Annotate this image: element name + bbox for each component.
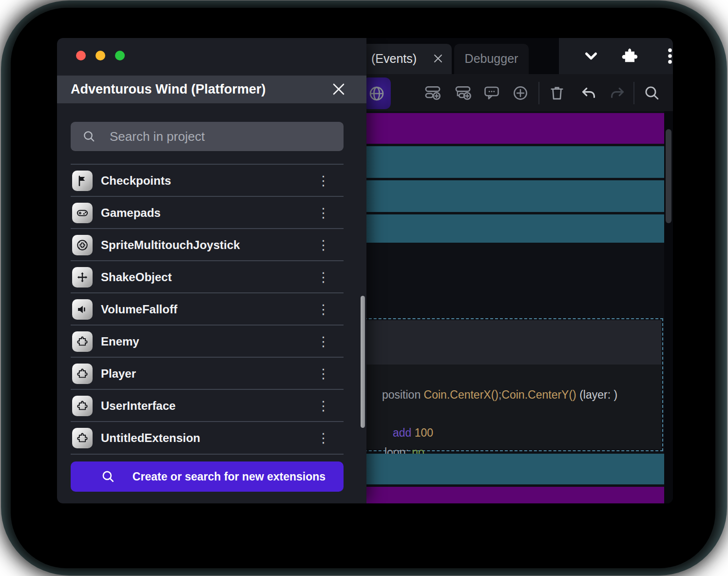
- undo-icon[interactable]: [580, 84, 597, 102]
- events-sheet: position Coin.CenterX();Coin.CenterY() (…: [330, 111, 664, 503]
- item-menu-kebab-icon[interactable]: ⋮: [317, 422, 330, 454]
- project-title: Adventurous Wind (Platformer): [71, 76, 266, 103]
- move-arrows-icon: [72, 267, 93, 288]
- event-row[interactable]: [336, 180, 664, 212]
- joystick-icon: [72, 235, 93, 255]
- item-label: SpriteMultitouchJoystick: [101, 229, 240, 261]
- app-window: (Events) Debugger: [57, 38, 673, 503]
- item-menu-kebab-icon[interactable]: ⋮: [317, 326, 330, 358]
- drawer-scrollbar-thumb[interactable]: [361, 296, 365, 428]
- list-item-player[interactable]: Player ⋮: [71, 358, 344, 390]
- action-text-line: position Coin.CenterX();Coin.CenterY() (…: [351, 375, 617, 415]
- events-scrollbar-track[interactable]: [664, 111, 673, 503]
- puzzle-icon: [72, 331, 93, 352]
- item-label: ShakeObject: [101, 261, 172, 293]
- list-item-volumefalloff[interactable]: VolumeFalloff ⋮: [71, 293, 344, 326]
- chevron-down-icon[interactable]: [582, 47, 600, 65]
- puzzle-icon: [72, 428, 93, 448]
- puzzle-icon: [72, 364, 93, 384]
- toolbar-divider: [538, 82, 539, 104]
- item-menu-kebab-icon[interactable]: ⋮: [317, 165, 330, 197]
- tab-debugger[interactable]: Debugger: [454, 44, 529, 74]
- item-label: Enemy: [101, 326, 139, 358]
- search-input[interactable]: [110, 122, 334, 151]
- tab-close-icon[interactable]: [433, 54, 443, 63]
- traffic-close-button[interactable]: [76, 51, 86, 60]
- desktop: (Events) Debugger: [0, 0, 728, 576]
- traffic-zoom-button[interactable]: [115, 51, 125, 60]
- item-menu-kebab-icon[interactable]: ⋮: [317, 197, 330, 229]
- list-item-userinterface[interactable]: UserInterface ⋮: [71, 390, 344, 422]
- tab-events-label: (Events): [371, 44, 417, 73]
- add-event-icon[interactable]: [424, 84, 441, 102]
- search-events-icon[interactable]: [643, 84, 661, 102]
- item-menu-kebab-icon[interactable]: ⋮: [317, 229, 330, 261]
- close-icon[interactable]: [332, 82, 345, 96]
- puzzle-icon: [72, 396, 93, 416]
- window-top-controls: [559, 38, 673, 74]
- list-item-untitledextension[interactable]: UntitledExtension ⋮: [71, 422, 344, 454]
- volume-icon: [72, 299, 93, 320]
- event-row[interactable]: [336, 214, 664, 243]
- item-menu-kebab-icon[interactable]: ⋮: [317, 293, 330, 326]
- event-row[interactable]: [336, 487, 664, 503]
- create-extension-label: Create or search for new extensions: [124, 461, 334, 492]
- drawer-header: Adventurous Wind (Platformer): [57, 76, 366, 103]
- events-scrollbar-thumb[interactable]: [666, 129, 671, 223]
- toggle-network-button[interactable]: [363, 77, 391, 109]
- event-conditions-area[interactable]: [332, 320, 661, 365]
- toolbar-divider: [633, 82, 634, 104]
- item-label: Checkpoints: [101, 165, 171, 197]
- gamepad-icon: [72, 203, 93, 223]
- list-item-enemy[interactable]: Enemy ⋮: [71, 326, 344, 358]
- item-menu-kebab-icon[interactable]: ⋮: [317, 261, 330, 293]
- event-row[interactable]: [336, 454, 664, 484]
- globe-icon: [368, 85, 385, 102]
- extensions-puzzle-icon[interactable]: [620, 47, 639, 65]
- kebab-menu-icon[interactable]: [661, 47, 673, 65]
- selected-event[interactable]: position Coin.CenterX();Coin.CenterY() (…: [330, 318, 663, 451]
- delete-icon[interactable]: [548, 84, 566, 102]
- item-label: Gamepads: [101, 197, 161, 229]
- search-icon: [82, 130, 96, 143]
- event-row[interactable]: [336, 146, 664, 178]
- item-label: UserInterface: [101, 390, 175, 422]
- item-menu-kebab-icon[interactable]: ⋮: [317, 390, 330, 422]
- redo-icon[interactable]: [609, 84, 626, 102]
- event-row[interactable]: [336, 113, 664, 144]
- search-icon: [101, 469, 115, 484]
- project-search: [71, 122, 344, 151]
- list-item-shakeobject[interactable]: ShakeObject ⋮: [71, 261, 344, 293]
- traffic-minimize-button[interactable]: [96, 51, 105, 60]
- project-manager-drawer: Adventurous Wind (Platformer): [57, 38, 366, 503]
- add-subevent-icon[interactable]: [454, 84, 472, 102]
- item-label: Player: [101, 358, 136, 390]
- list-item-gamepads[interactable]: Gamepads ⋮: [71, 197, 344, 229]
- list-item-checkpoints[interactable]: Checkpoints ⋮: [71, 165, 344, 197]
- tab-debugger-label: Debugger: [454, 44, 529, 73]
- item-label: VolumeFalloff: [101, 293, 177, 326]
- item-menu-kebab-icon[interactable]: ⋮: [317, 358, 330, 390]
- add-other-event-icon[interactable]: [512, 84, 529, 102]
- list-item-spritemultitouchjoystick[interactable]: SpriteMultitouchJoystick ⋮: [71, 229, 344, 261]
- add-comment-icon[interactable]: [483, 84, 500, 102]
- item-label: UntitledExtension: [101, 422, 200, 454]
- create-extension-button[interactable]: Create or search for new extensions: [71, 461, 344, 492]
- flag-icon: [72, 171, 93, 191]
- divider: [71, 454, 344, 455]
